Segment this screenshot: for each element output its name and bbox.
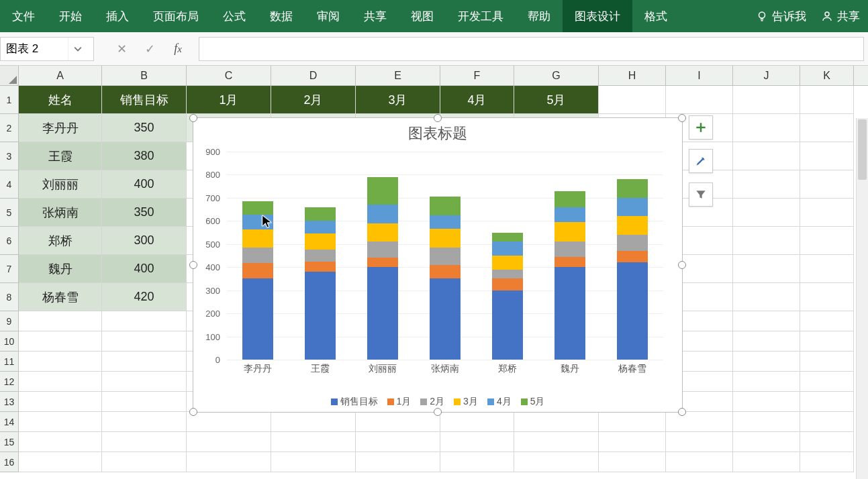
ribbon-tab-8[interactable]: 视图 xyxy=(399,0,446,32)
chart-legend[interactable]: 销售目标1月2月3月4月5月 xyxy=(193,396,682,408)
chart-bar-segment[interactable] xyxy=(305,250,336,261)
cell-B4[interactable]: 400 xyxy=(102,170,187,199)
resize-handle[interactable] xyxy=(434,114,442,122)
cell-K1[interactable] xyxy=(800,86,854,114)
cell-A11[interactable] xyxy=(19,352,102,372)
chart-bar-group[interactable] xyxy=(492,233,523,360)
accept-formula-icon[interactable]: ✓ xyxy=(142,42,157,56)
fx-icon[interactable]: fx xyxy=(171,42,185,56)
row-header-5[interactable]: 5 xyxy=(0,199,19,227)
cell-G15[interactable] xyxy=(514,432,599,452)
chart-bar-segment[interactable] xyxy=(305,207,336,221)
chart-bar-segment[interactable] xyxy=(367,177,398,205)
cell-J10[interactable] xyxy=(733,331,800,352)
cell-B16[interactable] xyxy=(102,452,187,472)
chart-bar-segment[interactable] xyxy=(492,233,523,242)
cell-F15[interactable] xyxy=(440,432,514,452)
cell-G1[interactable]: 5月 xyxy=(514,86,599,114)
chart-bar-segment[interactable] xyxy=(554,267,585,360)
cell-B1[interactable]: 销售目标 xyxy=(102,86,187,114)
resize-handle[interactable] xyxy=(189,408,197,416)
chart-bar-segment[interactable] xyxy=(242,215,273,230)
cell-C15[interactable] xyxy=(187,432,271,452)
embedded-chart[interactable]: 图表标题 0100200300400500600700800900 李丹丹王霞刘… xyxy=(193,117,683,413)
resize-handle[interactable] xyxy=(189,261,197,269)
row-header-16[interactable]: 16 xyxy=(0,452,19,472)
cell-J15[interactable] xyxy=(733,432,800,452)
tell-me[interactable]: 告诉我 xyxy=(756,9,806,24)
cell-A16[interactable] xyxy=(19,452,102,472)
name-box-input[interactable] xyxy=(1,42,68,56)
chart-legend-item[interactable]: 销售目标 xyxy=(331,396,378,408)
cell-J3[interactable] xyxy=(733,142,800,170)
chart-bar-segment[interactable] xyxy=(492,278,523,290)
ribbon-tab-12[interactable]: 格式 xyxy=(632,0,679,32)
chart-bar-segment[interactable] xyxy=(554,222,585,242)
cell-A5[interactable]: 张炳南 xyxy=(19,199,102,227)
cell-K13[interactable] xyxy=(800,392,854,412)
ribbon-tab-4[interactable]: 公式 xyxy=(211,0,258,32)
cell-K9[interactable] xyxy=(800,311,854,331)
cell-E1[interactable]: 3月 xyxy=(356,86,440,114)
cell-J7[interactable] xyxy=(733,255,800,283)
resize-handle[interactable] xyxy=(678,261,686,269)
ribbon-tab-10[interactable]: 帮助 xyxy=(516,0,563,32)
chart-bar-segment[interactable] xyxy=(242,248,273,263)
cell-C1[interactable]: 1月 xyxy=(187,86,271,114)
cell-F14[interactable] xyxy=(440,412,514,432)
cell-F16[interactable] xyxy=(440,452,514,472)
spreadsheet-grid[interactable]: ABCDEFGHIJK 1姓名销售目标1月2月3月4月5月2李丹丹3506768… xyxy=(0,66,868,479)
chart-legend-item[interactable]: 3月 xyxy=(454,396,478,408)
cell-E16[interactable] xyxy=(356,452,440,472)
col-header-G[interactable]: G xyxy=(514,66,599,85)
cell-A2[interactable]: 李丹丹 xyxy=(19,114,102,142)
chart-bar-segment[interactable] xyxy=(617,198,648,217)
col-header-F[interactable]: F xyxy=(440,66,514,85)
row-header-4[interactable]: 4 xyxy=(0,170,19,199)
cell-B15[interactable] xyxy=(102,432,187,452)
row-header-15[interactable]: 15 xyxy=(0,432,19,452)
cell-J2[interactable] xyxy=(733,114,800,142)
row-header-9[interactable]: 9 xyxy=(0,311,19,331)
name-box[interactable] xyxy=(0,37,94,61)
chart-bar-group[interactable] xyxy=(430,197,461,360)
cell-D15[interactable] xyxy=(271,432,356,452)
cell-J5[interactable] xyxy=(733,199,800,227)
resize-handle[interactable] xyxy=(434,408,442,416)
chart-bar-segment[interactable] xyxy=(617,235,648,251)
chart-legend-item[interactable]: 1月 xyxy=(387,396,412,408)
cell-B10[interactable] xyxy=(102,331,187,352)
cell-K7[interactable] xyxy=(800,255,854,283)
cell-E14[interactable] xyxy=(356,412,440,432)
chart-bar-segment[interactable] xyxy=(554,207,585,222)
cell-H15[interactable] xyxy=(599,432,666,452)
chart-bar-segment[interactable] xyxy=(367,242,398,258)
col-header-I[interactable]: I xyxy=(666,66,733,85)
cell-J11[interactable] xyxy=(733,352,800,372)
cell-J6[interactable] xyxy=(733,227,800,255)
select-all-corner[interactable] xyxy=(0,66,19,85)
cell-A4[interactable]: 刘丽丽 xyxy=(19,170,102,199)
cell-A8[interactable]: 杨春雪 xyxy=(19,283,102,311)
cell-A6[interactable]: 郑桥 xyxy=(19,227,102,255)
cell-B14[interactable] xyxy=(102,412,187,432)
scrollbar-thumb[interactable] xyxy=(858,119,867,180)
chart-bar-segment[interactable] xyxy=(305,272,336,360)
cell-D14[interactable] xyxy=(271,412,356,432)
cell-K14[interactable] xyxy=(800,412,854,432)
cell-I1[interactable] xyxy=(666,86,733,114)
cell-A7[interactable]: 魏丹 xyxy=(19,255,102,283)
cell-B13[interactable] xyxy=(102,392,187,412)
chart-bar-segment[interactable] xyxy=(367,223,398,242)
chart-bar-segment[interactable] xyxy=(492,242,523,256)
row-header-8[interactable]: 8 xyxy=(0,283,19,311)
resize-handle[interactable] xyxy=(678,114,686,122)
ribbon-tab-2[interactable]: 插入 xyxy=(94,0,141,32)
chart-bar-segment[interactable] xyxy=(492,290,523,360)
cancel-formula-icon[interactable]: ✕ xyxy=(114,42,129,56)
chart-bar-segment[interactable] xyxy=(617,216,648,235)
row-header-11[interactable]: 11 xyxy=(0,352,19,372)
ribbon-tab-0[interactable]: 文件 xyxy=(0,0,47,32)
cell-K10[interactable] xyxy=(800,331,854,352)
chart-bar-segment[interactable] xyxy=(305,221,336,233)
